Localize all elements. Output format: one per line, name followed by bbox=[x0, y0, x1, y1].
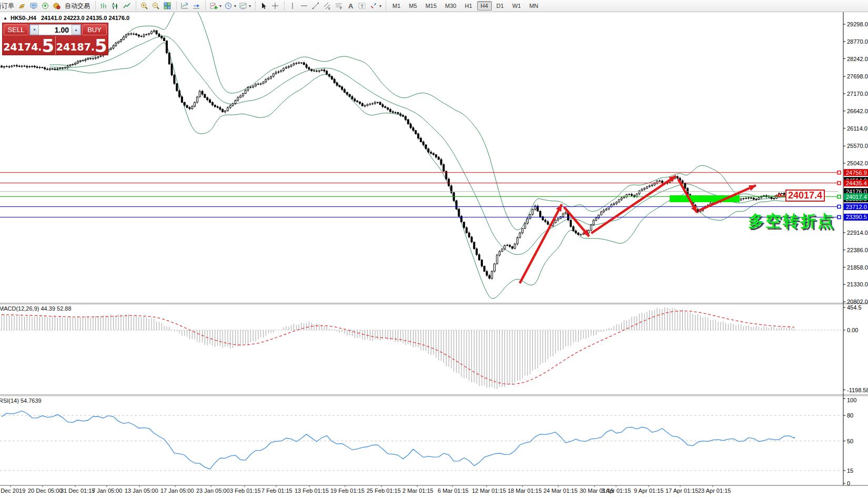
price-tick-label: 27698.0 bbox=[847, 73, 868, 79]
svg-text:E: E bbox=[328, 7, 330, 10]
timeframe-d1[interactable]: D1 bbox=[493, 1, 508, 11]
crosshair-icon[interactable] bbox=[270, 1, 280, 11]
price-tick-label: 27170.0 bbox=[847, 91, 868, 97]
line-anchor-square[interactable] bbox=[837, 182, 841, 185]
macd-signal-line bbox=[2, 311, 794, 384]
candles bbox=[1, 29, 795, 280]
line-anchor-square[interactable] bbox=[837, 195, 841, 198]
cursor-icon[interactable] bbox=[259, 1, 268, 11]
date-tick-label: 9 Apr 01:15 bbox=[634, 488, 663, 494]
autotrade-icon[interactable] bbox=[52, 1, 62, 11]
price-callout-anchor bbox=[778, 194, 781, 197]
price-level-label: 24435.4 bbox=[846, 180, 867, 186]
chart-canvas[interactable]: 29298.028770.028242.027698.027170.026642… bbox=[0, 12, 868, 497]
timeframe-m15[interactable]: M15 bbox=[422, 1, 440, 11]
buy-price-dot: . bbox=[91, 40, 95, 54]
arrows-icon[interactable] bbox=[369, 1, 378, 11]
line-anchor-square[interactable] bbox=[837, 205, 841, 208]
zoom-in-icon[interactable] bbox=[139, 1, 149, 11]
volume-value[interactable]: 1.00 bbox=[39, 25, 72, 35]
rsi-scale-label: 0 bbox=[847, 480, 850, 486]
tile-windows-icon[interactable] bbox=[163, 1, 172, 11]
fibonacci-icon[interactable]: F bbox=[334, 1, 344, 11]
price-tick-label: 28242.0 bbox=[847, 56, 868, 62]
cn-annotation-text[interactable]: 多空转折点 bbox=[748, 211, 835, 232]
toolbar-separator bbox=[281, 2, 285, 10]
volume-input[interactable]: ▼ 1.00 ▲ bbox=[29, 24, 81, 35]
date-tick-label: 25 Feb 01:15 bbox=[367, 488, 401, 494]
timeframe-w1[interactable]: W1 bbox=[509, 1, 525, 11]
svg-text:A: A bbox=[348, 2, 354, 10]
timeframe-h1[interactable]: H1 bbox=[461, 1, 476, 11]
chevron-down-icon[interactable]: ▾ bbox=[249, 4, 251, 8]
price-level-label: 23390.5 bbox=[846, 214, 867, 220]
rsi-label: RSI(14) 54.7639 bbox=[0, 397, 42, 404]
text-label-icon[interactable]: T bbox=[357, 1, 367, 11]
rsi-scale-label: 80 bbox=[847, 412, 853, 419]
price-tick-label: 25570.0 bbox=[847, 143, 868, 149]
symbol-period: HK50-,H4 bbox=[11, 15, 36, 21]
chevron-down-icon[interactable]: ▾ bbox=[219, 4, 221, 8]
zoom-out-icon[interactable] bbox=[151, 1, 160, 11]
chevron-down-icon[interactable]: ▾ bbox=[234, 4, 236, 8]
candlestick-chart-icon[interactable] bbox=[110, 1, 120, 11]
buy-price[interactable]: 24187.5 bbox=[56, 36, 108, 55]
bollinger-bands bbox=[50, 12, 794, 299]
main-price-pane[interactable] bbox=[0, 12, 841, 299]
timeframe-mn[interactable]: MN bbox=[526, 1, 542, 11]
price-axis: 29298.028770.028242.027698.027170.026642… bbox=[843, 21, 868, 305]
trendline-icon[interactable] bbox=[311, 1, 320, 11]
new-order-button[interactable]: 新订单 bbox=[0, 2, 14, 11]
date-tick-label: 20 Dec 05:00 bbox=[28, 488, 62, 494]
rsi-scale-label: 15 bbox=[847, 468, 853, 474]
timeframe-h4[interactable]: H4 bbox=[477, 1, 492, 11]
text-icon[interactable]: A bbox=[346, 1, 355, 11]
bar-chart-icon[interactable] bbox=[99, 1, 108, 11]
date-tick-label: 7 Jan 05:00 bbox=[92, 488, 123, 494]
rsi-scale-label: 100 bbox=[847, 397, 856, 403]
date-tick-label: 13 Jan 05:00 bbox=[125, 488, 158, 494]
line-anchor-square[interactable] bbox=[837, 171, 841, 174]
autotrade-button[interactable]: 自动交易 bbox=[65, 2, 90, 11]
timeframe-m1[interactable]: M1 bbox=[389, 1, 404, 11]
svg-text:T: T bbox=[361, 4, 364, 9]
auto-scroll-icon[interactable] bbox=[191, 1, 201, 11]
channel-icon[interactable]: E bbox=[322, 1, 332, 11]
vertical-line-icon[interactable] bbox=[288, 1, 297, 11]
price-level-label: 24017.4 bbox=[846, 194, 867, 200]
volume-increase-button[interactable]: ▲ bbox=[72, 25, 80, 35]
price-tick-label: 28770.0 bbox=[847, 38, 868, 45]
date-tick-label: 18 Mar 01:15 bbox=[508, 488, 542, 494]
timeframe-m30[interactable]: M30 bbox=[441, 1, 460, 11]
price-tick-label: 26114.0 bbox=[847, 125, 867, 132]
terminal-icon[interactable] bbox=[29, 1, 38, 11]
bullish-candles bbox=[3, 31, 795, 279]
price-callout[interactable]: 24017.4 bbox=[785, 190, 825, 202]
chevron-down-icon[interactable]: ▾ bbox=[379, 4, 381, 8]
one-click-trading-panel: SELL ▼ 1.00 ▲ BUY 24174.5 24187.5 bbox=[2, 23, 108, 55]
sell-button[interactable]: SELL bbox=[4, 24, 28, 35]
rsi-pane: 1008050150 bbox=[0, 397, 856, 486]
timeframe-m5[interactable]: M5 bbox=[405, 1, 420, 11]
line-chart-icon[interactable] bbox=[122, 1, 132, 11]
add-indicator-icon[interactable] bbox=[209, 1, 218, 11]
broadcast-icon[interactable] bbox=[41, 1, 50, 11]
price-tick-label: 29298.0 bbox=[847, 21, 868, 27]
sell-price[interactable]: 24174.5 bbox=[3, 36, 56, 55]
volume-decrease-button[interactable]: ▼ bbox=[30, 25, 39, 35]
templates-icon[interactable] bbox=[238, 1, 248, 11]
rsi-scale-label: 50 bbox=[847, 438, 853, 444]
gold-bars-icon[interactable] bbox=[17, 1, 27, 11]
price-tick-label: 21330.0 bbox=[847, 281, 868, 287]
line-anchor-square[interactable] bbox=[837, 215, 841, 218]
ohlc-values: 24141.0 24223.0 24135.0 24176.0 bbox=[41, 15, 129, 21]
date-tick-label: 23 Jan 05:00 bbox=[196, 488, 230, 494]
price-level-label: 24756.9 bbox=[846, 170, 867, 176]
horizontal-line-icon[interactable] bbox=[299, 1, 309, 11]
trend-arrows[interactable] bbox=[520, 176, 756, 283]
periods-icon[interactable] bbox=[224, 1, 233, 11]
macd-label: MACD(12,26,9) 44.39 52.88 bbox=[0, 305, 72, 312]
chart-shift-icon[interactable] bbox=[180, 1, 189, 11]
bearish-candles bbox=[1, 31, 788, 279]
buy-button[interactable]: BUY bbox=[82, 24, 107, 35]
